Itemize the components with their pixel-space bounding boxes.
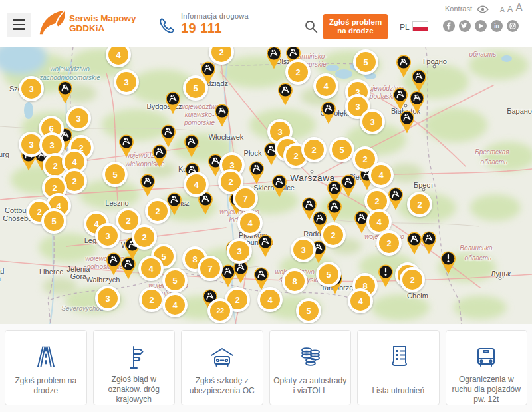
quick-link-card[interactable]: Zgłoś błąd w oznakow. dróg krajowych — [93, 330, 176, 405]
language-selector[interactable]: PL — [400, 23, 410, 32]
roadworks-pin-marker[interactable] — [320, 101, 337, 124]
roadworks-pin-marker[interactable] — [410, 69, 428, 93]
poland-flag-icon[interactable] — [412, 21, 428, 31]
twitter-icon[interactable] — [459, 20, 471, 32]
roadworks-pin-marker[interactable] — [57, 80, 74, 104]
road-info-phone-number[interactable]: 19 111 — [181, 21, 222, 36]
map-cluster-marker[interactable]: 4 — [184, 172, 209, 197]
map-cluster-marker[interactable]: 3 — [95, 223, 120, 248]
map-place-label: Гродно — [423, 57, 447, 65]
roadworks-pin-marker[interactable] — [420, 230, 438, 254]
roadworks-pin-marker[interactable] — [392, 87, 409, 110]
youtube-icon[interactable] — [475, 20, 487, 32]
map-cluster-marker[interactable]: 7 — [233, 186, 258, 211]
gddkia-logo[interactable] — [38, 8, 66, 37]
roadworks-pin-marker[interactable] — [271, 174, 288, 198]
map[interactable]: województwozachodniopomorskiewarmińsko-m… — [0, 47, 532, 324]
map-cluster-marker[interactable]: 2 — [285, 59, 311, 85]
roadworks-pin-marker[interactable] — [151, 144, 168, 168]
map-cluster-marker[interactable]: 2 — [400, 267, 425, 292]
roadworks-pin-marker[interactable] — [340, 174, 357, 198]
map-place-label: Волинська — [460, 244, 492, 252]
map-cluster-marker[interactable]: 2 — [139, 287, 164, 312]
hamburger-menu-button[interactable] — [7, 13, 31, 37]
map-place-label: Włocławek — [209, 133, 244, 141]
social-links: in — [443, 20, 519, 32]
instagram-icon[interactable] — [507, 20, 519, 32]
facebook-icon[interactable] — [443, 20, 455, 32]
map-cluster-marker[interactable]: 4 — [368, 162, 394, 188]
map-cluster-marker[interactable]: 8 — [282, 268, 307, 294]
map-cluster-marker[interactable]: 4 — [313, 73, 338, 99]
map-place-label: Барановичи — [507, 107, 532, 115]
roadworks-pin-marker[interactable] — [387, 186, 404, 210]
map-cluster-marker[interactable]: 2 — [145, 198, 170, 224]
quick-link-card[interactable]: Opłaty za autostrady i viaTOLL — [269, 330, 352, 405]
linkedin-icon[interactable]: in — [491, 20, 503, 32]
map-place-label: Leszno — [105, 199, 128, 207]
map-cluster-marker[interactable]: 5 — [316, 262, 341, 287]
font-size-small-button[interactable]: A — [500, 7, 505, 13]
report-problem-button[interactable]: Zgłoś problem na drodze — [323, 14, 388, 39]
map-place-label: Labem — [0, 274, 1, 282]
alert-pin-marker[interactable] — [440, 250, 457, 274]
roadworks-pin-marker[interactable] — [277, 82, 294, 106]
map-cluster-marker[interactable]: 3 — [227, 238, 252, 264]
map-cluster-marker[interactable]: 5 — [41, 208, 66, 234]
roadworks-pin-marker[interactable] — [257, 234, 274, 258]
map-cluster-marker[interactable]: 3 — [19, 76, 44, 101]
map-cluster-marker[interactable]: 3 — [114, 69, 139, 95]
map-cluster-marker[interactable]: 2 — [321, 222, 346, 248]
map-cluster-marker[interactable]: 22 — [207, 298, 233, 323]
font-size-medium-button[interactable]: A — [507, 5, 513, 13]
map-cluster-marker[interactable]: 7 — [198, 256, 223, 281]
map-cluster-marker[interactable]: 3 — [291, 237, 316, 262]
car-insurance-icon — [207, 341, 237, 372]
map-cluster-marker[interactable]: 5 — [353, 49, 378, 75]
map-cluster-marker[interactable]: 4 — [162, 292, 188, 317]
contrast-label: Kontrast — [445, 4, 472, 13]
map-cluster-marker[interactable]: 5 — [102, 162, 128, 187]
map-cluster-marker[interactable]: 3 — [95, 286, 120, 311]
site-title[interactable]: Serwis Mapowy GDDKiA — [69, 13, 136, 33]
roadworks-pin-marker[interactable] — [265, 47, 283, 69]
map-cluster-marker[interactable]: 4 — [138, 256, 164, 281]
alert-pin-marker[interactable] — [377, 264, 394, 288]
roadworks-pin-marker[interactable] — [118, 134, 135, 158]
search-icon[interactable] — [305, 20, 318, 33]
roadworks-pin-marker[interactable] — [164, 91, 182, 114]
map-cluster-marker[interactable]: 2 — [407, 192, 432, 217]
map-cluster-marker[interactable]: 3 — [360, 109, 385, 134]
map-cluster-marker[interactable]: 4 — [257, 287, 283, 312]
contrast-eye-icon[interactable] — [477, 5, 489, 13]
map-cluster-marker[interactable]: 2 — [301, 137, 327, 162]
map-cluster-marker[interactable]: 5 — [162, 268, 188, 293]
roadworks-pin-marker[interactable] — [398, 110, 416, 134]
quick-link-card[interactable]: Zgłoś problem na drodze — [5, 330, 87, 405]
quick-link-card[interactable]: Zgłoś szkodę z ubezpieczenia OC — [181, 330, 263, 405]
map-cluster-marker[interactable]: 5 — [296, 298, 321, 323]
roadworks-pin-marker[interactable] — [139, 173, 156, 197]
quick-link-card[interactable]: Ograniczenia w ruchu dla pojazdów pw. 12… — [446, 330, 528, 405]
map-cluster-marker[interactable]: 5 — [329, 137, 354, 162]
roadworks-pin-marker[interactable] — [183, 134, 200, 158]
font-size-large-button[interactable]: A — [515, 3, 523, 13]
svg-text:in: in — [494, 23, 499, 29]
map-town-dot — [499, 277, 502, 280]
roadworks-pin-marker[interactable] — [213, 103, 231, 127]
road-icon — [31, 341, 61, 372]
quick-link-card[interactable]: Lista utrudnień — [357, 330, 440, 405]
map-cluster-marker[interactable]: 4 — [237, 210, 263, 236]
accessibility-bar: Kontrast A A A — [445, 3, 523, 13]
map-cluster-marker[interactable]: 3 — [66, 106, 91, 131]
report-problem-line1: Zgłoś problem — [323, 18, 388, 27]
map-cluster-marker[interactable]: 2 — [376, 230, 402, 256]
map-place-label: Chełm — [407, 292, 428, 300]
signpost-icon — [118, 341, 149, 372]
map-cluster-marker[interactable]: 4 — [348, 288, 373, 313]
coins-icon — [295, 341, 325, 372]
roadworks-pin-marker[interactable] — [326, 198, 343, 222]
map-cluster-marker[interactable]: 2 — [132, 224, 157, 250]
site-title-line1: Serwis Mapowy — [69, 13, 136, 23]
map-cluster-marker[interactable]: 5 — [183, 75, 208, 101]
